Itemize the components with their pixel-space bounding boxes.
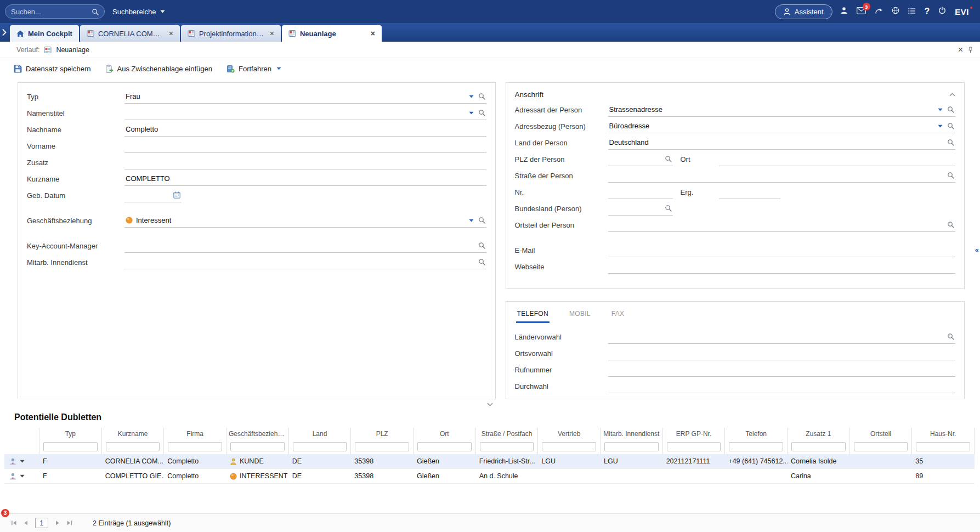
ort-field[interactable]	[719, 152, 956, 166]
lookup-icon[interactable]	[947, 221, 954, 228]
column-header[interactable]: Haus-Nr.	[912, 428, 975, 440]
column-filter-input[interactable]	[355, 442, 409, 451]
close-tab-icon[interactable]: ×	[371, 30, 375, 37]
laendervorwahl-field[interactable]	[608, 330, 956, 344]
vorname-field[interactable]	[124, 139, 486, 153]
dropdown-caret-icon[interactable]	[938, 124, 943, 128]
close-icon[interactable]: ×	[958, 46, 963, 54]
splitter-handle[interactable]	[0, 399, 980, 409]
close-tab-icon[interactable]: ×	[270, 30, 274, 37]
table-row[interactable]: FCOMPLETTO GIE...ComplettoINTERESSENTDE3…	[4, 469, 975, 484]
plz-field[interactable]	[608, 152, 673, 166]
search-input[interactable]	[11, 8, 88, 16]
redo-icon[interactable]	[875, 7, 883, 16]
column-filter-input[interactable]	[916, 442, 970, 451]
tab-mobil[interactable]: MOBIL	[568, 307, 592, 323]
lookup-icon[interactable]	[947, 172, 954, 179]
zusatz-field[interactable]	[124, 155, 486, 169]
dropdown-caret-icon[interactable]	[469, 219, 474, 222]
column-filter-input[interactable]	[791, 442, 846, 451]
first-page-button[interactable]	[11, 520, 17, 526]
column-filter-input[interactable]	[604, 442, 659, 451]
column-filter-input[interactable]	[43, 442, 98, 451]
close-tab-icon[interactable]: ×	[169, 30, 173, 37]
nr-field[interactable]	[608, 185, 673, 199]
dropdown-caret-icon[interactable]	[469, 111, 474, 115]
search-icon[interactable]	[92, 8, 99, 15]
page-number-input[interactable]: 1	[35, 518, 48, 528]
column-filter-input[interactable]	[480, 442, 534, 451]
column-header[interactable]: Kurzname	[102, 428, 165, 440]
column-header[interactable]: PLZ	[351, 428, 413, 440]
column-filter-input[interactable]	[106, 442, 160, 451]
notification-corner-badge[interactable]: 3	[1, 509, 9, 517]
ortsvorwahl-field[interactable]	[608, 346, 956, 360]
user-icon[interactable]	[840, 7, 848, 16]
key-account-manager-field[interactable]	[124, 239, 486, 253]
column-filter-input[interactable]	[667, 442, 721, 451]
land-field[interactable]: Deutschland	[608, 135, 956, 150]
column-header[interactable]: Land	[289, 428, 352, 440]
power-icon[interactable]	[938, 7, 946, 16]
paste-from-clipboard-button[interactable]: Aus Zwischenablage einfügen	[105, 65, 212, 73]
chevron-down-icon[interactable]	[276, 67, 281, 70]
lookup-icon[interactable]	[478, 217, 485, 224]
column-header[interactable]: ERP GP-Nr.	[663, 428, 726, 440]
lookup-icon[interactable]	[947, 122, 954, 129]
globe-icon[interactable]	[892, 7, 899, 16]
lookup-icon[interactable]	[947, 139, 954, 146]
adressart-field[interactable]: Strassenadresse	[608, 103, 956, 117]
adressbezug-field[interactable]: Büroadresse	[608, 119, 956, 133]
lookup-icon[interactable]	[665, 155, 672, 162]
bundesland-field[interactable]	[608, 201, 673, 216]
mitarb-innendienst-field[interactable]	[124, 255, 486, 269]
dropdown-caret-icon[interactable]	[469, 95, 474, 98]
row-expand-caret-icon[interactable]	[20, 474, 25, 478]
tab-cornelia-completto[interactable]: CORNELIA COMPLE... ×	[80, 25, 180, 42]
column-header[interactable]: Zusatz 1	[788, 428, 850, 440]
last-page-button[interactable]	[66, 520, 72, 526]
geb-datum-field[interactable]	[124, 188, 182, 202]
lookup-icon[interactable]	[478, 109, 485, 116]
strasse-field[interactable]	[608, 168, 956, 183]
erg-field[interactable]	[719, 185, 780, 199]
column-header[interactable]: Vertrieb	[538, 428, 601, 440]
next-page-button[interactable]	[54, 520, 60, 526]
lookup-icon[interactable]	[947, 106, 954, 113]
collapse-section-icon[interactable]	[949, 93, 955, 97]
calendar-icon[interactable]	[173, 191, 180, 199]
fortfahren-button[interactable]: Fortfahren	[226, 65, 281, 73]
lookup-icon[interactable]	[665, 205, 672, 212]
row-expand-caret-icon[interactable]	[20, 460, 25, 463]
collapse-side-panel-icon[interactable]: «	[975, 246, 979, 254]
column-header[interactable]: Geschäftsbeziehung	[226, 428, 289, 440]
save-record-button[interactable]: Datensatz speichern	[14, 65, 91, 73]
typ-field[interactable]: Frau	[124, 89, 486, 104]
lookup-icon[interactable]	[478, 93, 485, 100]
column-header[interactable]: Telefon	[725, 428, 788, 440]
column-header[interactable]: Mitarb. Innendienst	[601, 428, 663, 440]
email-field[interactable]	[608, 243, 956, 257]
namenstitel-field[interactable]	[124, 106, 486, 120]
tab-mein-cockpit[interactable]: Mein Cockpit	[10, 25, 79, 42]
tab-overflow-arrow-icon[interactable]	[2, 29, 7, 36]
global-search-box[interactable]	[5, 4, 105, 19]
column-header[interactable]: Typ	[39, 428, 102, 440]
column-header[interactable]: Firma	[164, 428, 226, 440]
previous-page-button[interactable]	[23, 520, 29, 526]
column-filter-input[interactable]	[729, 442, 783, 451]
verlauf-item[interactable]: Neuanlage	[56, 46, 89, 54]
rufnummer-field[interactable]	[608, 363, 956, 377]
table-row[interactable]: FCORNELIA COM...ComplettoKUNDEDE35398Gie…	[4, 454, 975, 469]
tab-telefon[interactable]: TELEFON	[516, 307, 550, 323]
tab-projektinformationen[interactable]: Projektinformatione... ×	[181, 25, 281, 42]
suchbereiche-dropdown[interactable]: Suchbereiche	[112, 8, 165, 16]
column-filter-input[interactable]	[542, 442, 596, 451]
tab-neuanlage[interactable]: Neuanlage ×	[282, 25, 382, 42]
column-filter-input[interactable]	[417, 442, 472, 451]
kurzname-field[interactable]: COMPLETTO	[124, 172, 486, 186]
webseite-field[interactable]	[608, 259, 956, 274]
ortsteil-field[interactable]	[608, 218, 956, 232]
help-button[interactable]: ?	[925, 7, 930, 16]
durchwahl-field[interactable]	[608, 379, 956, 393]
